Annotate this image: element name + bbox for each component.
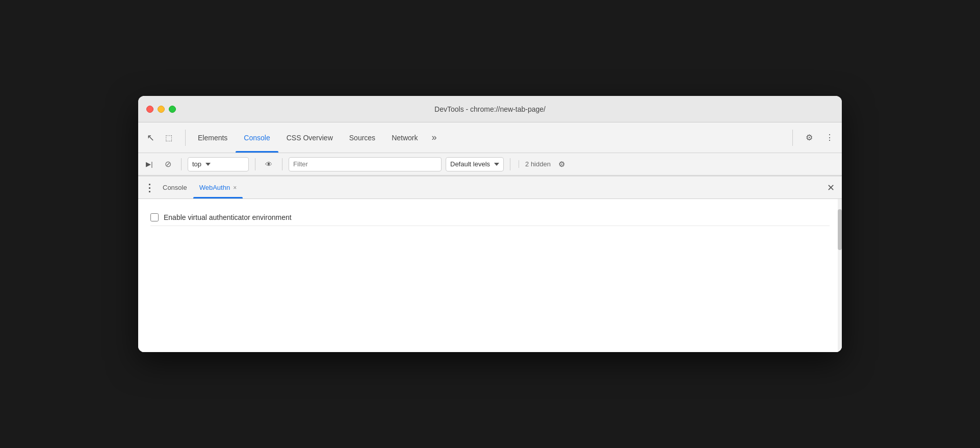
webauthn-empty-content [150, 226, 830, 328]
drawer-tab-console[interactable]: Console [157, 177, 193, 198]
filter-input[interactable] [289, 157, 442, 171]
drawer-tab-console-label: Console [163, 184, 187, 191]
context-value: top [192, 160, 201, 168]
tab-network-label: Network [392, 134, 418, 142]
tab-sources[interactable]: Sources [341, 122, 383, 153]
console-toolbar-separator [181, 158, 182, 170]
dots-icon [826, 133, 834, 142]
webauthn-scroll-area: Enable virtual authenticator environment [138, 199, 842, 352]
toolbar-right [788, 130, 838, 146]
tab-network[interactable]: Network [383, 122, 426, 153]
console-toolbar-separator-4 [510, 158, 510, 170]
toolbar-right-separator [792, 130, 793, 146]
clear-console-button[interactable]: ⊘ [161, 157, 175, 171]
drawer-tab-webauthn[interactable]: WebAuthn × [193, 177, 243, 198]
enable-virtual-authenticator-checkbox[interactable] [150, 213, 159, 221]
titlebar: DevTools - chrome://new-tab-page/ [138, 96, 842, 122]
scrollbar[interactable] [838, 199, 842, 352]
context-selector[interactable]: top [188, 157, 249, 171]
drawer-close-button[interactable]: ✕ [823, 181, 838, 195]
maximize-button[interactable] [169, 106, 176, 113]
console-settings-button[interactable] [555, 157, 569, 171]
default-levels-button[interactable]: Default levels [446, 157, 504, 171]
cursor-icon-button[interactable]: ↖ [142, 130, 159, 146]
enable-virtual-authenticator-row: Enable virtual authenticator environment [150, 209, 830, 226]
tab-console-label: Console [244, 134, 270, 142]
scrollbar-thumb[interactable] [838, 209, 842, 250]
webauthn-tab-close[interactable]: × [233, 184, 237, 191]
more-menu-button[interactable] [821, 130, 838, 146]
devtools-toolbar: ↖ ⬚ Elements Console CSS Overview Source… [138, 122, 842, 153]
toolbar-icon-group: ↖ ⬚ [142, 130, 181, 146]
sidebar-icon: ▶| [146, 160, 152, 168]
device-icon: ⬚ [165, 133, 172, 142]
webauthn-content: Enable virtual authenticator environment [138, 199, 842, 352]
toolbar-separator [185, 130, 186, 146]
minimize-button[interactable] [158, 106, 165, 113]
main-tabs: Elements Console CSS Overview Sources Ne… [190, 122, 788, 153]
console-gear-icon [558, 160, 565, 169]
device-toolbar-button[interactable]: ⬚ [161, 130, 177, 146]
levels-dropdown-arrow [494, 163, 499, 166]
enable-virtual-authenticator-label: Enable virtual authenticator environment [164, 213, 292, 221]
devtools-window: DevTools - chrome://new-tab-page/ ↖ ⬚ El… [138, 96, 842, 352]
eye-icon: 👁 [265, 160, 272, 168]
tab-css-overview-label: CSS Overview [287, 134, 333, 142]
tab-css-overview[interactable]: CSS Overview [278, 122, 341, 153]
settings-button[interactable] [801, 130, 817, 146]
traffic-lights [146, 106, 176, 113]
tab-elements-label: Elements [198, 134, 227, 142]
default-levels-label: Default levels [450, 160, 490, 168]
tab-sources-label: Sources [349, 134, 375, 142]
show-sidebar-button[interactable]: ▶| [142, 157, 157, 171]
drawer-area: ⋮ Console WebAuthn × ✕ Enable virtual au… [138, 176, 842, 352]
close-drawer-icon: ✕ [827, 182, 835, 193]
drawer-dots-icon: ⋮ [144, 182, 154, 194]
tab-elements[interactable]: Elements [190, 122, 236, 153]
tab-console[interactable]: Console [236, 122, 278, 153]
console-toolbar: ▶| ⊘ top 👁 Default levels 2 hidden [138, 153, 842, 176]
drawer-tabs-bar: ⋮ Console WebAuthn × ✕ [138, 177, 842, 199]
close-button[interactable] [146, 106, 153, 113]
ban-icon: ⊘ [165, 159, 171, 169]
drawer-tab-webauthn-label: WebAuthn [199, 184, 230, 191]
console-toolbar-separator-3 [282, 158, 282, 170]
cursor-icon: ↖ [147, 132, 154, 143]
gear-icon [806, 133, 813, 142]
console-toolbar-separator-2 [255, 158, 255, 170]
context-dropdown-arrow [205, 163, 211, 166]
more-tabs-button[interactable]: » [426, 130, 442, 146]
window-title: DevTools - chrome://new-tab-page/ [434, 105, 546, 113]
live-expression-button[interactable]: 👁 [262, 157, 276, 171]
drawer-more-button[interactable]: ⋮ [142, 181, 157, 195]
hidden-count: 2 hidden [519, 160, 551, 168]
